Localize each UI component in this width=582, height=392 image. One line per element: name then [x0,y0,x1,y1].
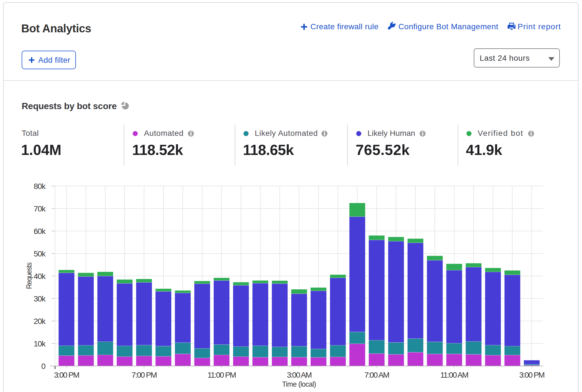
svg-text:70k: 70k [34,204,46,213]
svg-text:Time (local): Time (local) [282,380,316,388]
svg-text:3:00 PM: 3:00 PM [519,371,545,379]
svg-text:7:00 AM: 7:00 AM [364,371,389,379]
svg-text:80k: 80k [34,182,46,191]
svg-text:11:00 PM: 11:00 PM [207,371,236,379]
svg-text:40k: 40k [34,272,46,281]
svg-text:3:00 AM: 3:00 AM [287,371,312,379]
svg-text:30k: 30k [34,294,46,303]
svg-text:Requests: Requests [25,262,33,289]
svg-text:0: 0 [41,362,46,371]
svg-text:7:00 PM: 7:00 PM [132,371,157,379]
svg-text:10k: 10k [34,339,46,348]
svg-text:3:00 PM: 3:00 PM [54,371,79,379]
svg-text:60k: 60k [34,227,46,236]
svg-text:20k: 20k [34,317,46,326]
svg-text:11:00 AM: 11:00 AM [440,371,468,379]
svg-text:50k: 50k [34,249,46,258]
